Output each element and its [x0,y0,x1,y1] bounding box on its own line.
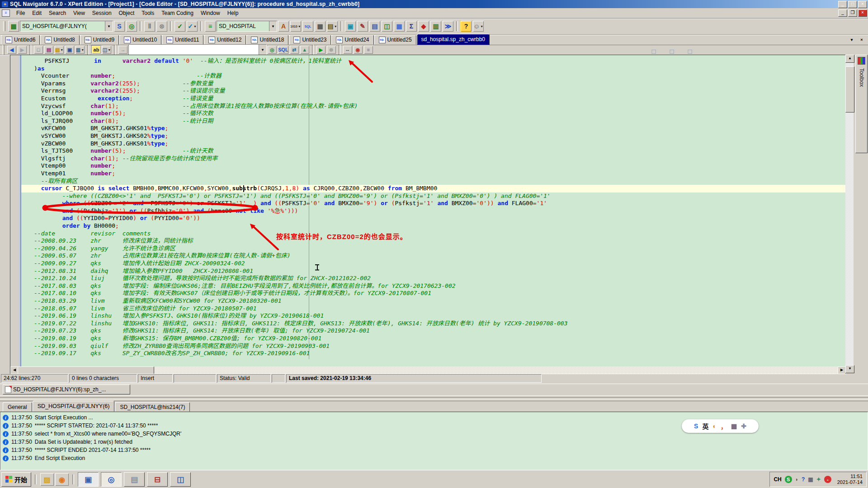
code-line[interactable]: --2019.07.22 linshu 增加GHKS10: 指标床位, GHKS… [21,320,846,328]
taskbar-clock[interactable]: 11:51 2021-07-14 [837,474,863,485]
menu-item-object[interactable]: Object [115,9,138,18]
calendar-icon[interactable]: ▦ [393,20,405,32]
code-line[interactable]: and ((Psfbhjz='1') or ((Psfbhjz='0') and… [21,207,846,215]
syntax-check-icon[interactable]: ✓ [174,20,186,32]
code-line[interactable]: )as [21,65,846,73]
code-line[interactable]: vSYCW00 BM_GHKSTJ.GHKS02%type; [21,132,846,140]
dropdown-caret-icon[interactable]: ▼ [108,48,111,52]
menu-item-search[interactable]: Search [45,9,70,18]
code-line[interactable]: --where ((CZBZ00<>'1' and PSFKSTJ='0') o… [21,192,846,200]
code-line[interactable]: --2012.08.31 daihq 增加输入参数PFYID00 ZHCX-20… [21,267,846,275]
title-bar[interactable]: ✦ SQL Navigator 6.7.0 - XPert Edition - … [0,0,868,8]
task-database-tool-button[interactable]: ⊟ [147,472,168,487]
start-button[interactable]: 开始 [1,472,31,487]
current-code-line[interactable]: cursor C_TJBQ00 is select BMBH00,BMMC00,… [21,185,846,192]
code-editor[interactable]: PSFKSTJ in varchar2 default '0' --输入：是否按… [10,55,846,374]
ime-keyboard-icon[interactable]: ▦ [731,422,737,430]
code-line[interactable]: --2017.08.03 qks 增加字段: 编制床位GHKS06;注意: 目前… [21,282,846,290]
quicklaunch-folder-icon[interactable]: ▨ [40,473,54,486]
execute-icon[interactable]: ▶ [316,45,326,54]
tab-untitled10[interactable]: SQLUntitled10 [119,35,161,45]
ime-mode-label[interactable]: 英 [702,422,708,431]
code-line[interactable]: --2009.09.27 qks 增加传入统计起始日期 ZHCX-2009032… [21,260,846,267]
mdi-child-icon[interactable]: ≡ [2,9,10,17]
code-line[interactable]: --2017.08.10 qks 增加字段: 有效天数GHKS07（床位创建日期… [21,290,846,297]
code-line[interactable]: Vtemp00 number; [21,162,846,170]
code-line[interactable]: vZBCW00 BM_GHKSTJ.GHKS01%type; [21,140,846,148]
save-as-icon[interactable]: ▥▼ [75,45,85,54]
output-tab-SD_HOSPITAL@FJLNYY(6)[interactable]: SD_HOSPITAL@FJLNYY(6) [33,401,115,412]
log-line[interactable]: i11:37:50Data Set is Updateable; 1 row(s… [0,438,868,446]
describe-icon[interactable]: 1010▼ [290,20,302,32]
toolbar-grip[interactable] [3,21,5,31]
panel-splitter[interactable] [0,394,868,401]
scroll-right-button[interactable]: ▶ [838,366,846,374]
code-line[interactable]: --2009.05.07 zhr 占用床位数算法1按在院人数算0按床位算(在院人… [21,252,846,260]
code-line[interactable]: Ecustom exception; --错误变量 [21,95,846,103]
dropdown-caret-icon[interactable]: ▼ [193,25,197,28]
code-line[interactable]: Verrmsg varchar2(255); --错误提示变量 [21,87,846,95]
tab-untitled12[interactable]: SQLUntitled12 [204,35,246,45]
tray-sogou-icon[interactable]: S [785,476,792,483]
vertical-scrollbar[interactable]: ▲ ▼ [845,55,854,373]
tab-untitled24[interactable]: SQLUntitled24 [331,35,373,45]
ime-punct-icon[interactable]: ， [721,422,727,431]
tab-untitled23[interactable]: SQLUntitled23 [289,35,331,45]
tab-untitled6[interactable]: SQLUntitled6 [1,35,40,45]
menu-item-view[interactable]: View [70,9,89,18]
scroll-up-button[interactable]: ▲ [845,55,854,63]
schema-tree-icon[interactable]: ≡ [204,20,216,32]
code-line[interactable]: --2009.04.26 yangy 允许不统计急诊病区 [21,245,846,253]
dropdown-caret-icon[interactable]: ▼ [480,25,483,28]
wizard-icon[interactable]: ▤ [44,45,54,54]
tab-untitled11[interactable]: SQLUntitled11 [162,35,203,45]
result-grid-icon[interactable]: ▦ [314,20,326,32]
log-line[interactable]: i11:37:50***** SCRIPT ENDED 2021-07-14 1… [0,446,868,454]
code-line[interactable]: and ((YYID00=PYYID00) or (PYYID00='0')) [21,215,846,222]
ime-toolbar[interactable]: S英◐，▦✚ [682,419,759,433]
code-line[interactable]: --2019.07.23 qks 修改GHKS11: 指标床日, GHKS14:… [21,327,846,335]
dropdown-caret-icon[interactable]: ▼ [60,48,63,52]
tab-untitled8[interactable]: SQLUntitled8 [40,35,79,45]
code-line[interactable]: Vcounter number; --计数器 [21,72,846,80]
child-minimize-button[interactable]: _ [838,9,847,17]
sql-tracker-icon[interactable]: SQL [302,20,314,32]
tray-alert-icon[interactable]: - [824,476,831,483]
child-close-button[interactable]: × [858,9,867,17]
code-line[interactable]: --2019.08.19 qks 新增GHKS15: 保存BM_BMBM00.C… [21,335,846,343]
tab-untitled25[interactable]: SQLUntitled25 [374,35,416,45]
code-area[interactable]: PSFKSTJ in varchar2 default '0' --输入：是否按… [21,55,846,366]
compile-icon[interactable]: ✎ [357,20,368,32]
log-line[interactable]: i11:37:50End Script Execution [0,454,868,462]
find-in-code-icon[interactable]: ▲ [300,45,310,54]
close-button[interactable]: × [858,1,867,8]
tab-untitled18[interactable]: SQLUntitled18 [246,35,288,45]
code-line[interactable]: Vzycwsf char(1); --占用床位数算法1按在院人数算0按床位算(在… [21,103,846,110]
connect-session-icon[interactable]: ▦ [8,20,19,32]
output-tab-SD_HOSPITAL@his214(7)[interactable]: SD_HOSPITAL@his214(7) [115,402,190,412]
bookmark-icon[interactable]: -- [343,45,353,54]
tab-active-sd_hospital.sp_zh_cwrbb0[interactable]: sd_hospital.sp_zh_cwrbb0 [417,34,490,45]
web-support-icon[interactable]: ◎ [126,20,137,32]
dropdown-caret-icon[interactable]: ▼ [298,25,301,28]
debug-icon[interactable]: ◆ [418,20,429,32]
child-restore-button[interactable]: ❐ [848,9,857,17]
find-object-icon[interactable]: A [278,20,289,32]
close-tab-icon[interactable]: × [857,36,866,44]
ime-toolbox-icon[interactable]: ✚ [741,422,746,430]
session-browser-icon[interactable]: S [113,20,125,32]
dropdown-arrow-icon[interactable]: ▼ [259,45,266,55]
menu-item-window[interactable]: Window [197,9,224,18]
menu-item-tools[interactable]: Tools [138,9,158,18]
pause-icon[interactable]: ‖ [144,20,156,32]
dropdown-caret-icon[interactable]: ▼ [81,48,84,52]
quicklaunch-sogou-icon[interactable]: ◉ [55,473,69,486]
code-assistant-icon[interactable]: ◉ [353,45,363,54]
task-sqlnav-main-button[interactable]: ◎ [101,472,122,487]
execute-options-icon[interactable]: ✓▼ [186,20,198,32]
task-sqlnav-project-button[interactable]: ▣ [78,472,99,487]
script-output-icon[interactable]: ▤ [369,20,381,32]
schema-selector[interactable]: SD_HOSPITAL▼ [217,21,277,32]
menu-item-team-coding[interactable]: Team Coding [158,9,197,18]
code-line[interactable]: where ((CZBZ00<>'2' and PSFKSTJ='0') or … [21,200,846,207]
